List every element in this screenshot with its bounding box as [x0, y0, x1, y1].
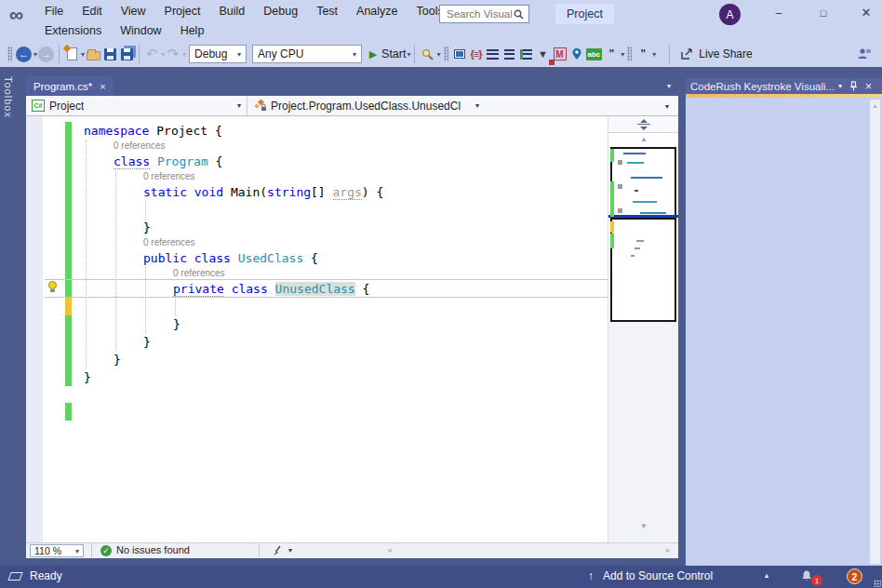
spell-checker-button[interactable]: abc	[586, 44, 603, 64]
menu-debug[interactable]: Debug	[254, 3, 307, 20]
zoom-dropdown[interactable]: 110 % ▾	[30, 544, 84, 557]
notification-count-badge[interactable]: 2	[847, 568, 862, 584]
hscroll-right-arrow[interactable]: ▸	[666, 545, 671, 555]
panel-scrollbar[interactable]: ▲	[870, 100, 880, 564]
live-share-button[interactable]	[679, 44, 694, 64]
toolbar-grip[interactable]	[627, 47, 632, 61]
find-dropdown-caret[interactable]: ▾	[436, 50, 440, 59]
back-dropdown-caret[interactable]: ▾	[33, 50, 37, 59]
codelens-line: 0 references	[26, 170, 608, 183]
scrollbar-track[interactable]	[608, 322, 678, 542]
menu-view[interactable]: View	[112, 3, 155, 20]
toolbar-separator	[669, 45, 670, 63]
redo-dropdown-caret[interactable]: ▾	[182, 50, 186, 59]
panel-close-icon[interactable]: ×	[865, 80, 872, 93]
toolbar-grip[interactable]	[7, 47, 12, 61]
menu-build[interactable]: Build	[209, 3, 254, 20]
tab-close-icon[interactable]: ×	[100, 81, 105, 92]
solution-configuration-dropdown[interactable]: Debug ▾	[189, 45, 247, 63]
code-line: public class UsedClass {	[26, 249, 608, 267]
minimize-button[interactable]: –	[763, 0, 795, 25]
search-input[interactable]	[445, 7, 514, 20]
quotes2-dropdown-caret[interactable]: ▾	[652, 50, 656, 59]
solution-platform-dropdown[interactable]: Any CPU ▾	[252, 45, 362, 63]
add-to-source-control-button[interactable]: Add to Source Control	[603, 569, 713, 582]
codelens-line: 0 references	[26, 140, 608, 153]
tab-program-cs[interactable]: Program.cs* ×	[26, 76, 114, 96]
undo-button[interactable]: ↶	[144, 44, 159, 64]
menu-window[interactable]: Window	[111, 22, 170, 39]
menu-file[interactable]: File	[35, 3, 73, 20]
save-all-button[interactable]	[119, 44, 134, 64]
start-debug-icon[interactable]: ▶	[366, 44, 381, 64]
scroll-up-arrow[interactable]: ▲	[608, 135, 678, 143]
new-item-dropdown-caret[interactable]: ▾	[81, 50, 85, 59]
organize-members-button[interactable]	[519, 44, 534, 64]
map-preview-box-bottom[interactable]	[610, 218, 676, 322]
resize-grip[interactable]	[874, 580, 881, 587]
panel-scroll-up-arrow[interactable]: ▲	[870, 100, 880, 109]
document-tab-row: Program.cs* × ▾	[26, 76, 678, 96]
menu-project[interactable]: Project	[155, 3, 210, 20]
hscroll-left-arrow[interactable]: ◂	[387, 545, 392, 555]
menu-test[interactable]: Test	[307, 3, 347, 20]
open-file-button[interactable]	[86, 44, 100, 64]
maximize-button[interactable]: □	[808, 0, 839, 25]
comment-lines-button[interactable]	[486, 44, 501, 64]
new-item-button[interactable]	[64, 44, 79, 64]
menu-help[interactable]: Help	[171, 22, 214, 39]
project-dropdown[interactable]: C# Project ▾	[26, 96, 247, 115]
save-button[interactable]	[102, 44, 117, 64]
background-tasks-icon[interactable]	[7, 572, 22, 581]
start-debug-button[interactable]: Start	[381, 47, 406, 60]
avatar[interactable]: A	[719, 4, 741, 25]
embed-quotes-button[interactable]: "	[604, 44, 619, 64]
navigate-back-button[interactable]: ←	[16, 44, 32, 64]
code-cleanup-button[interactable]	[272, 545, 284, 556]
quotes-dropdown-caret[interactable]: ▾	[621, 50, 624, 59]
editor-splitter-handle[interactable]	[608, 116, 678, 133]
smart-quotes-button[interactable]: "	[635, 44, 650, 64]
toolbox-tab[interactable]: Toolbox	[3, 76, 14, 118]
search-box[interactable]	[439, 5, 529, 23]
navigate-forward-button[interactable]: →	[38, 44, 54, 64]
markdown-button[interactable]: M	[553, 44, 568, 64]
nav-bar-caret[interactable]: ▾	[665, 102, 669, 111]
class-private-icon	[254, 100, 267, 112]
close-button[interactable]: ✕	[850, 0, 882, 25]
scrollbar-map[interactable]: ▲	[608, 116, 678, 542]
menu-bar-row1: FileEditViewProjectBuildDebugTestAnalyze…	[35, 1, 453, 21]
import-symbols-button[interactable]: ▼	[536, 44, 551, 64]
member-visibility-button[interactable]	[452, 44, 467, 64]
panel-options-caret[interactable]: ▾	[838, 82, 842, 90]
document-list-caret[interactable]: ▾	[667, 82, 671, 90]
menu-edit[interactable]: Edit	[73, 3, 112, 20]
lines-icon	[504, 49, 514, 60]
panel-title-bar[interactable]: CodeRush Keystroke Visuali... ▾ ×	[686, 78, 882, 94]
start-dropdown-caret[interactable]: ▾	[407, 50, 410, 59]
cleanup-dropdown-caret[interactable]: ▾	[288, 546, 292, 555]
issues-status[interactable]: No issues found	[116, 544, 190, 555]
toolbar-grip[interactable]	[444, 47, 448, 61]
send-feedback-button[interactable]	[857, 44, 872, 64]
member-dropdown-value: Project.Program.UsedClass.UnusedCl	[271, 100, 461, 113]
abc-badge-icon: abc	[586, 48, 603, 60]
pin-icon[interactable]	[849, 81, 858, 91]
scroll-down-arrow[interactable]: ▼	[608, 522, 678, 530]
menu-analyze[interactable]: Analyze	[347, 3, 407, 20]
code-editor[interactable]: namespace Project {0 referencesclass Pro…	[26, 116, 678, 542]
indent-lines-button[interactable]	[502, 44, 517, 64]
redo-button[interactable]: ↷	[166, 44, 180, 64]
source-control-caret[interactable]: ▴	[765, 571, 768, 580]
live-share-label[interactable]: Live Share	[699, 47, 752, 60]
undo-dropdown-caret[interactable]: ▾	[161, 50, 165, 59]
code-places-button[interactable]	[569, 44, 584, 64]
member-dropdown[interactable]: Project.Program.UsedClass.UnusedCl ▾	[248, 96, 485, 115]
configuration-value: Debug	[194, 47, 227, 60]
code-format-button[interactable]: {≡}	[469, 44, 484, 64]
project-feedback-button[interactable]: Project	[555, 4, 614, 24]
map-preview-box-top[interactable]	[610, 147, 676, 217]
menu-extensions[interactable]: Extensions	[35, 22, 111, 39]
code-line	[26, 298, 608, 315]
find-in-code-button[interactable]	[420, 44, 434, 64]
